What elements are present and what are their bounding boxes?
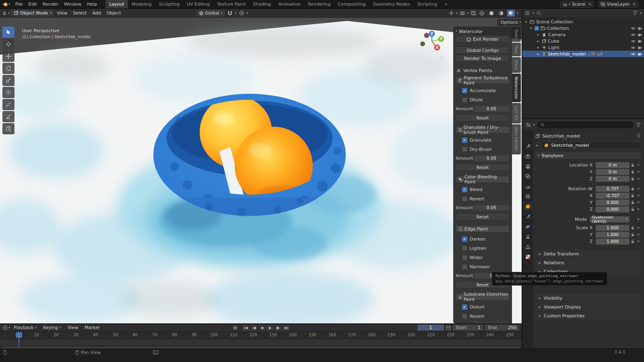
menu-edit[interactable]: Edit [25,0,39,8]
substrate-distortion-button[interactable]: Substrate Distortion Paint [456,293,510,300]
disable-render-icon[interactable] [638,33,642,37]
decorator-dot[interactable] [636,227,641,228]
tab-view-layer[interactable] [523,172,533,181]
mode-dropdown[interactable]: Object Mode ▾ [11,10,54,16]
add-primitive-tool[interactable] [2,123,14,134]
decorator-dot[interactable] [636,188,641,189]
auto-key-record-button[interactable] [232,325,238,331]
gizmo-axis-neg-y[interactable] [420,41,425,46]
color-bleeding-button[interactable]: Color Bleeding Paint [456,176,510,183]
reset-button[interactable]: Reset [456,114,510,121]
tab-world[interactable] [523,192,533,201]
reset-button[interactable]: Reset [456,164,510,171]
checkbox-row-lighten[interactable]: Lighten [456,244,510,253]
search-icon[interactable] [537,11,541,16]
hide-eye-icon[interactable] [630,52,636,56]
checkbox-row-darken[interactable]: Darken [456,234,510,244]
menu-help[interactable]: Help [84,0,100,8]
reset-button[interactable]: Reset [456,213,510,220]
tab-object[interactable] [523,202,533,211]
workspace-tab[interactable]: Compositing [334,0,369,8]
checkbox[interactable] [462,255,467,260]
decorator-dot[interactable] [636,208,641,210]
amount-field[interactable]: 0.05 [473,105,510,112]
decorator-dot[interactable] [636,218,641,220]
decorator-dot[interactable] [636,234,641,235]
panel-relations[interactable]: ▸Relations [535,259,641,267]
sidebar-tab[interactable]: View [512,57,521,73]
rotation-z-field[interactable]: 0.000 [596,206,630,212]
checkbox[interactable] [462,314,467,319]
collection-checkbox[interactable] [535,26,539,31]
measure-tool[interactable] [2,111,14,122]
lock-icon[interactable] [630,193,636,197]
outliner-row-camera[interactable]: ▸ Camera [522,31,644,38]
menu-object[interactable]: Object [104,10,124,16]
menu-keying[interactable]: Keying▾ [40,325,64,330]
granulate-drybrush-button[interactable]: Granulate / Dry-brush Paint [456,126,510,134]
fruit-bowl-object[interactable] [153,94,346,216]
disable-render-icon[interactable] [638,39,642,43]
menu-select[interactable]: Select [70,10,89,16]
chevron-down-icon[interactable]: ▾ [247,12,248,15]
unlink-scene-icon[interactable]: ✕ [587,2,591,6]
tab-modifiers[interactable] [523,212,533,221]
checkbox[interactable] [462,264,467,269]
rotation-mode-dropdown[interactable]: Quaternion (WXYZ)▾ [590,216,630,222]
workspace-tab[interactable]: Shading [250,0,275,8]
shading-material-button[interactable] [497,10,505,16]
decorator-dot[interactable] [636,241,641,242]
transform-tool[interactable] [2,87,14,98]
tab-tool[interactable] [523,142,533,150]
expand-arrow-icon[interactable]: ▸ [536,52,540,56]
tab-object-data[interactable] [523,242,533,251]
checkbox[interactable] [462,304,467,310]
object-name-field[interactable]: Sketchfab_model [541,142,641,149]
menu-view-timeline[interactable]: View [65,325,81,330]
3d-viewport[interactable]: User Perspective (1) Collection | Sketch… [0,18,522,323]
jump-to-start-button[interactable] [243,325,250,331]
chevron-down-icon[interactable]: ▾ [467,12,469,15]
render-to-image-button[interactable]: Render To Image [456,55,510,62]
scale-y-field[interactable]: 1.000 [596,232,630,238]
play-button[interactable] [267,325,274,331]
proportional-editing-icon[interactable] [239,10,244,16]
workspace-tab[interactable]: Animation [275,0,304,8]
workspace-tab[interactable]: Scripting [414,0,441,8]
cursor-tool[interactable] [2,39,14,50]
prev-keyframe-button[interactable] [251,325,258,331]
options-button[interactable]: Options ▾ [497,19,524,26]
remove-viewlayer-icon[interactable]: ✕ [632,2,636,6]
sidebar-tab[interactable]: Tool [512,43,521,56]
chevron-down-icon[interactable]: ▾ [235,12,237,15]
checkbox-row-accumulate[interactable]: Accumulate [456,86,510,95]
tab-render[interactable] [523,152,533,160]
shading-wireframe-button[interactable] [478,10,486,16]
hide-eye-icon[interactable] [630,27,636,30]
checkbox-row-bleed[interactable]: Bleed [456,185,510,194]
hide-eye-icon[interactable] [630,33,636,37]
panel-custom-properties[interactable]: ▸Custom Properties [535,312,641,320]
move-tool[interactable] [2,51,14,62]
scale-z-field[interactable]: 1.000 [596,239,630,245]
checkbox[interactable] [462,97,467,103]
checkbox[interactable] [462,88,467,93]
sidebar-tab[interactable]: Neo Painter [512,124,521,154]
disable-render-icon[interactable] [638,46,642,49]
properties-editor-icon[interactable] [526,123,531,127]
menu-render[interactable]: Render [40,0,61,8]
checkbox-row-revert2[interactable]: Revert [456,312,510,321]
lock-icon[interactable] [630,200,636,204]
lock-icon[interactable] [630,232,636,237]
select-box-tool[interactable] [2,27,14,38]
rotate-tool[interactable] [2,63,14,74]
add-workspace-button[interactable]: + [441,0,451,8]
next-keyframe-button[interactable] [275,325,282,331]
xray-toggle-icon[interactable] [471,11,476,16]
rotation-x-field[interactable]: -0.707 [596,193,630,199]
tab-output[interactable] [523,162,533,171]
rotation-y-field[interactable]: 0.000 [596,200,630,206]
scale-tool[interactable] [2,75,14,86]
amount-field[interactable]: 0.05 [473,155,510,162]
gizmo-axis-neg-x[interactable] [424,33,429,38]
